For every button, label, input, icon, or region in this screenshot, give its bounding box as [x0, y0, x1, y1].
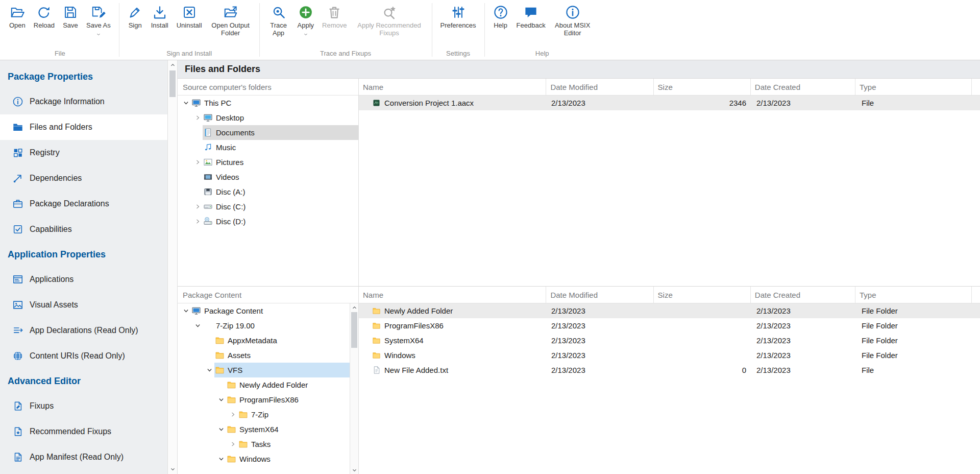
column-header-type[interactable]: Type — [855, 79, 972, 95]
sidebar-item-package-declarations[interactable]: Package Declarations — [0, 191, 167, 217]
preferences-button[interactable]: Preferences — [436, 3, 480, 30]
help-button[interactable]: Help — [489, 3, 512, 30]
tree-item-label: Disc (A:) — [216, 187, 246, 196]
ribbon-group-separator — [484, 3, 485, 57]
column-header-type[interactable]: Type — [855, 287, 972, 303]
tree-item-7-zip-19-00[interactable]: 7-Zip 19.00 — [178, 318, 358, 333]
chevron-down-icon[interactable] — [192, 321, 203, 330]
tree-item-disc-d[interactable]: Disc (D:) — [178, 214, 358, 229]
sidebar-item-capabilities[interactable]: Capabilities — [0, 217, 167, 242]
tree-item-videos[interactable]: Videos — [178, 170, 358, 184]
file-row-windows[interactable]: Windows2/13/20232/13/2023File Folder — [359, 348, 980, 363]
column-header-date-created[interactable]: Date Created — [751, 287, 855, 303]
reload-button[interactable]: Reload — [30, 3, 59, 30]
save-icon — [63, 5, 78, 20]
package-tree-scrollbar[interactable] — [350, 303, 358, 474]
sidebar-item-recommended-fixups[interactable]: Recommended Fixups — [0, 419, 167, 444]
page-scrollbar[interactable] — [167, 60, 178, 474]
scroll-up-icon[interactable] — [168, 60, 177, 70]
sidebar-item-visual-assets[interactable]: Visual Assets — [0, 292, 167, 318]
open-output-folder-icon — [223, 5, 238, 20]
dropdown-caret-icon[interactable] — [95, 32, 102, 37]
tree-item-newly-added-folder[interactable]: Newly Added Folder — [178, 377, 358, 392]
tree-item-documents[interactable]: Documents — [178, 125, 358, 140]
chevron-spacer — [192, 173, 203, 182]
sidebar-item-package-information[interactable]: Package Information — [0, 89, 167, 114]
file-row-new-file-added-txt[interactable]: New File Added.txt2/13/202302/13/2023Fil… — [359, 363, 980, 377]
chevron-down-icon[interactable] — [204, 366, 214, 375]
tree-item-disc-c[interactable]: Disc (C:) — [178, 199, 358, 214]
column-header-name[interactable]: Name — [359, 79, 546, 95]
trace-app-button[interactable]: Trace App — [264, 3, 293, 37]
file-row-newly-added-folder[interactable]: Newly Added Folder2/13/20232/13/2023File… — [359, 303, 980, 318]
column-header-size[interactable]: Size — [654, 79, 751, 95]
folder-filled-icon — [12, 122, 23, 133]
file-name: New File Added.txt — [384, 366, 448, 374]
about-msix-editor-button[interactable]: About MSIX Editor — [550, 3, 596, 37]
column-header-date-modified[interactable]: Date Modified — [546, 287, 653, 303]
uninstall-icon — [182, 5, 197, 20]
column-header-name[interactable]: Name — [359, 287, 546, 303]
chevron-down-icon[interactable] — [181, 99, 191, 108]
tree-item-desktop[interactable]: Desktop — [178, 110, 358, 125]
scroll-track[interactable] — [350, 348, 358, 466]
chevron-down-icon[interactable] — [216, 395, 226, 405]
sidebar-item-app-declarations-read-only[interactable]: App Declarations (Read Only) — [0, 318, 167, 343]
sidebar-item-label: App Declarations (Read Only) — [30, 326, 138, 335]
chevron-down-icon[interactable] — [181, 306, 191, 316]
chevron-down-icon[interactable] — [216, 455, 226, 464]
install-button[interactable]: Install — [147, 3, 173, 30]
chevron-right-icon[interactable] — [192, 113, 203, 123]
column-header-date-created[interactable]: Date Created — [751, 79, 855, 95]
uninstall-button[interactable]: Uninstall — [173, 3, 206, 30]
chevron-right-icon[interactable] — [192, 202, 203, 211]
file-row-conversion-project-1-aacx[interactable]: Conversion Project 1.aacx2/13/202323462/… — [359, 96, 980, 110]
tree-item-music[interactable]: Music — [178, 140, 358, 155]
sidebar-item-content-uris-read-only[interactable]: Content URIs (Read Only) — [0, 343, 167, 369]
open-button[interactable]: Open — [5, 3, 30, 30]
scroll-down-icon[interactable] — [350, 466, 358, 474]
sidebar-item-applications[interactable]: Applications — [0, 267, 167, 292]
sign-button[interactable]: Sign — [124, 3, 147, 30]
sidebar-item-files-and-folders[interactable]: Files and Folders — [0, 114, 167, 140]
chevron-right-icon[interactable] — [228, 440, 238, 449]
column-header-date-modified[interactable]: Date Modified — [546, 79, 653, 95]
chevron-right-icon[interactable] — [228, 410, 238, 419]
save-button[interactable]: Save — [59, 3, 82, 30]
tree-item-vfs[interactable]: VFS — [178, 363, 358, 377]
scroll-track[interactable] — [168, 98, 177, 464]
tree-item-assets[interactable]: Assets — [178, 348, 358, 363]
sidebar-item-registry[interactable]: Registry — [0, 140, 167, 165]
scroll-thumb[interactable] — [169, 70, 176, 97]
tree-item-systemx64[interactable]: SystemX64 — [178, 422, 358, 437]
scroll-down-icon[interactable] — [168, 464, 177, 474]
sidebar-item-app-manifest-read-only[interactable]: App Manifest (Read Only) — [0, 444, 167, 470]
scroll-thumb[interactable] — [351, 312, 357, 348]
file-row-programfilesx86[interactable]: ProgramFilesX862/13/20232/13/2023File Fo… — [359, 318, 980, 333]
open-output-folder-button[interactable]: Open Output Folder — [206, 3, 255, 37]
tree-item-appxmetadata[interactable]: AppxMetadata — [178, 333, 358, 348]
tree-item-tasks[interactable]: Tasks — [178, 437, 358, 452]
sidebar-item-dependencies[interactable]: Dependencies — [0, 165, 167, 191]
tree-item-pictures[interactable]: Pictures — [178, 155, 358, 170]
tree-item-7-zip[interactable]: 7-Zip — [178, 407, 358, 422]
column-header-size[interactable]: Size — [654, 287, 751, 303]
chevron-right-icon[interactable] — [192, 158, 203, 167]
page-title: Files and Folders — [178, 60, 980, 79]
sidebar-item-fixups[interactable]: Fixups — [0, 393, 167, 419]
tree-item-programfilesx86[interactable]: ProgramFilesX86 — [178, 392, 358, 407]
tree-item-this-pc[interactable]: This PC — [178, 96, 358, 110]
apply-button[interactable]: Apply — [293, 3, 318, 37]
chevron-right-icon[interactable] — [192, 217, 203, 226]
tree-item-disc-a[interactable]: Disc (A:) — [178, 184, 358, 199]
save-as-button[interactable]: Save As — [82, 3, 115, 37]
dropdown-caret-icon[interactable] — [303, 32, 309, 37]
tree-item-windows[interactable]: Windows — [178, 452, 358, 466]
ribbon-group-label: Help — [486, 49, 599, 60]
scroll-up-icon[interactable] — [350, 303, 358, 312]
chevron-down-icon[interactable] — [216, 425, 226, 434]
tree-item-package-content[interactable]: Package Content — [178, 303, 358, 318]
feedback-button[interactable]: Feedback — [512, 3, 550, 30]
date-modified-cell: 2/13/2023 — [547, 306, 655, 315]
file-row-systemx64[interactable]: SystemX642/13/20232/13/2023File Folder — [359, 333, 980, 348]
